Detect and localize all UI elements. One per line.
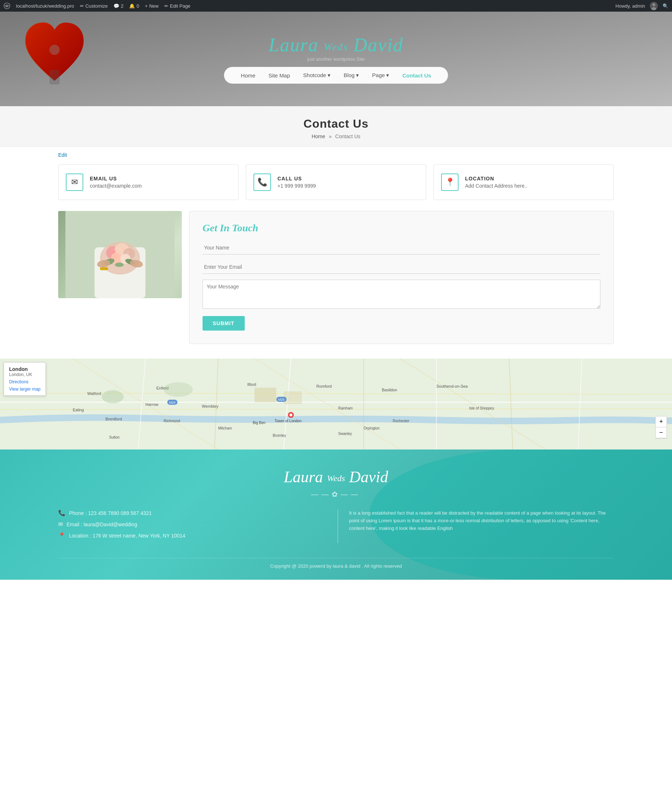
customize-link[interactable]: ✏ Customize: [80, 3, 108, 9]
footer-email: ✉ Email : laura@David@wedding: [58, 521, 323, 528]
svg-text:Southend-on-Sea: Southend-on-Sea: [436, 384, 468, 389]
email-icon: ✉: [66, 173, 83, 191]
map-section: Watford Enfield Ilford Romford Basildon …: [0, 358, 672, 449]
nav-contact[interactable]: Contact Us: [397, 70, 437, 81]
nav-page[interactable]: Page ▾: [366, 70, 395, 81]
wp-logo[interactable]: W: [4, 3, 10, 9]
location-title: LOCATION: [465, 176, 527, 181]
svg-text:Rochester: Rochester: [393, 419, 410, 423]
nav-shotcode[interactable]: Shotcode ▾: [298, 70, 337, 81]
svg-point-63: [102, 390, 124, 403]
new-link[interactable]: + New: [145, 3, 159, 9]
svg-text:Sutton: Sutton: [109, 435, 120, 439]
breadcrumb: Home » Contact Us: [0, 133, 672, 139]
svg-text:Bromley: Bromley: [273, 433, 286, 438]
svg-point-5: [50, 45, 60, 55]
svg-text:Watford: Watford: [87, 391, 101, 396]
phone-icon: 📞: [253, 173, 271, 191]
nav-sitemap[interactable]: Site Map: [262, 70, 296, 81]
main-nav: Home Site Map Shotcode ▾ Blog ▾ Page ▾ C…: [224, 67, 448, 84]
site-subtitle: just another wordpress Site: [224, 56, 448, 62]
svg-point-22: [122, 248, 124, 251]
footer-phone: 📞 Phone : 123 456 7890 089 567 4321: [58, 510, 323, 517]
map-sublocation: London, UK: [9, 372, 40, 377]
map-location: London: [9, 366, 40, 372]
location-value: Add Contact Address here..: [465, 183, 527, 189]
map-zoom-controls: + −: [655, 416, 667, 438]
hero-center: Laura Weds David just another wordpress …: [224, 34, 448, 84]
svg-text:Rainham: Rainham: [338, 406, 353, 410]
search-icon[interactable]: 🔍: [662, 3, 668, 9]
phone-icon: 📞: [58, 510, 66, 517]
svg-text:Ilford: Ilford: [247, 382, 256, 387]
admin-bar: W localhost/luzuk/wedding.pro ✏ Customiz…: [0, 0, 672, 12]
zoom-out-button[interactable]: −: [656, 427, 667, 438]
site-footer: Laura Weds David ——✿—— 📞 Phone : 123 456…: [0, 449, 672, 580]
svg-point-41: [290, 414, 292, 416]
footer-divider: ——✿——: [58, 490, 614, 499]
svg-point-21: [112, 250, 116, 253]
svg-rect-38: [254, 388, 276, 402]
svg-rect-39: [284, 391, 302, 404]
submit-button[interactable]: SUBMIT: [203, 316, 245, 331]
email-card: ✉ EMAIL US contact@example.com: [58, 165, 238, 200]
get-in-touch-section: Get In Touch SUBMIT: [0, 211, 672, 358]
svg-text:Harrow: Harrow: [146, 402, 158, 406]
directions-link[interactable]: Directions: [9, 379, 40, 384]
phone-card: 📞 CALL US +1 999 999 9999: [246, 165, 426, 200]
site-name[interactable]: localhost/luzuk/wedding.pro: [16, 3, 74, 9]
email-input[interactable]: [203, 261, 600, 274]
svg-text:Isle of Sheppey: Isle of Sheppey: [469, 406, 494, 410]
email-icon: ✉: [58, 521, 63, 528]
svg-point-23: [126, 251, 130, 254]
svg-text:Richmond: Richmond: [164, 419, 180, 423]
footer-content: 📞 Phone : 123 456 7890 089 567 4321 ✉ Em…: [58, 510, 614, 543]
svg-text:Big Ben: Big Ben: [253, 421, 266, 425]
svg-rect-20: [100, 267, 108, 270]
footer-title: Laura Weds David: [58, 468, 614, 486]
admin-avatar[interactable]: [650, 2, 658, 10]
footer-location: 📍 Location : 176 W street name, New York…: [58, 532, 323, 539]
comments-link[interactable]: 💬 2: [114, 3, 123, 9]
nav-home[interactable]: Home: [235, 70, 261, 81]
zoom-in-button[interactable]: +: [656, 416, 667, 427]
name-input[interactable]: [203, 241, 600, 254]
edit-page-link[interactable]: ✏ Edit Page: [164, 3, 190, 9]
svg-text:M25: M25: [169, 401, 176, 405]
form-heading: Get In Touch: [203, 222, 600, 234]
svg-text:Swanley: Swanley: [338, 432, 352, 436]
breadcrumb-home[interactable]: Home: [312, 133, 325, 139]
location-card: 📍 LOCATION Add Contact Address here..: [434, 165, 614, 200]
nav-blog[interactable]: Blog ▾: [338, 70, 365, 81]
svg-point-3: [652, 3, 655, 6]
larger-map-link[interactable]: View larger map: [9, 387, 40, 392]
svg-text:W: W: [5, 4, 9, 8]
svg-rect-6: [50, 70, 60, 84]
svg-text:Ealing: Ealing: [73, 408, 84, 412]
svg-text:Wembley: Wembley: [202, 404, 219, 408]
breadcrumb-current: Contact Us: [335, 133, 360, 139]
svg-text:Brentford: Brentford: [106, 417, 122, 421]
svg-text:M25: M25: [278, 398, 285, 401]
svg-point-64: [164, 382, 193, 397]
page-header: Contact Us Home » Contact Us: [0, 106, 672, 147]
svg-point-4: [651, 7, 656, 10]
site-title: Laura Weds David: [224, 34, 448, 56]
footer-copyright: Copyright @ 2020 powerd by laura & david…: [58, 558, 614, 569]
svg-text:Basildon: Basildon: [382, 388, 397, 392]
svg-text:Tower of London: Tower of London: [275, 419, 301, 423]
map-overlay: London London, UK Directions View larger…: [4, 362, 46, 396]
svg-point-17: [115, 262, 124, 267]
updates-link[interactable]: 🔔 0: [129, 3, 139, 9]
svg-rect-24: [0, 358, 672, 449]
svg-text:Orpington: Orpington: [364, 426, 380, 430]
howdy-label: Howdy, admin: [616, 3, 645, 9]
footer-about: It is a long established fact that a rea…: [338, 510, 614, 543]
edit-link[interactable]: Edit: [58, 152, 672, 158]
phone-value: +1 999 999 9999: [277, 183, 316, 189]
message-input[interactable]: [203, 280, 600, 309]
email-title: EMAIL US: [90, 176, 142, 181]
location-icon: 📍: [58, 532, 66, 539]
hero-section: Laura Weds David just another wordpress …: [0, 12, 672, 106]
hero-heart-logo: [22, 19, 87, 92]
